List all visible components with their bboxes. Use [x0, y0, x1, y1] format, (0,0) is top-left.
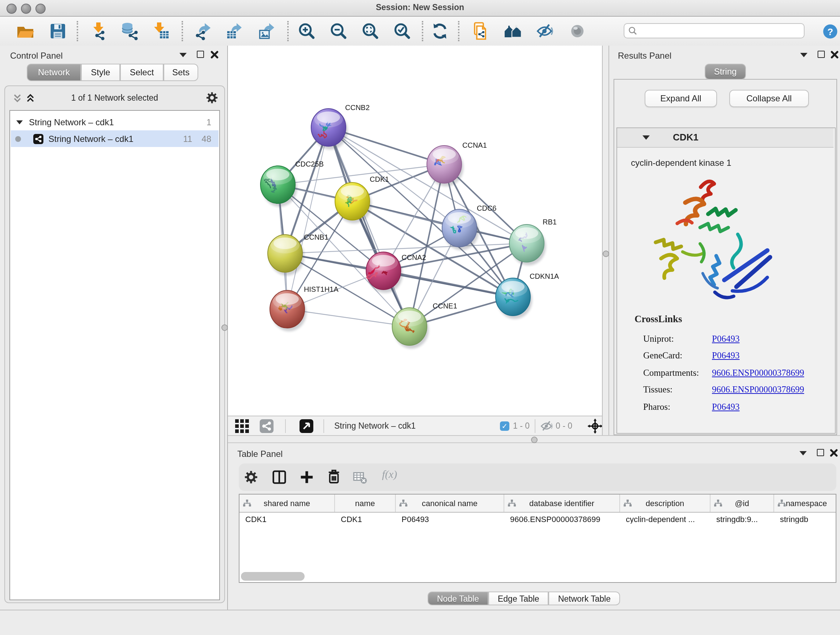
fit-selected-crosshair-icon[interactable] — [587, 418, 603, 434]
open-session-icon[interactable] — [15, 21, 35, 41]
zoom-out-icon[interactable] — [328, 21, 349, 41]
node-CCNE1[interactable] — [392, 308, 429, 348]
results-panel-maximize-icon[interactable] — [818, 51, 825, 58]
node-CDK1[interactable] — [335, 182, 371, 223]
crosslink-label: GeneCard: — [643, 350, 712, 361]
tab-string[interactable]: String — [705, 64, 746, 80]
control-panel-close-icon[interactable] — [210, 51, 218, 59]
edge-CCNB2-HIST1H1A[interactable] — [287, 127, 328, 309]
hide-selection-icon[interactable] — [535, 21, 555, 41]
table-cell[interactable]: 9606.ENSP00000378699 — [504, 515, 620, 524]
crosslink-link[interactable]: P06493 — [712, 333, 739, 344]
column-header-description[interactable]: description — [620, 494, 711, 512]
zoom-fit-icon[interactable] — [360, 21, 381, 41]
column-header-name[interactable]: name — [335, 494, 396, 512]
import-table-icon[interactable] — [151, 21, 172, 41]
add-column-icon[interactable] — [300, 470, 314, 485]
refresh-icon[interactable] — [430, 21, 450, 41]
network-from-selection-icon[interactable] — [471, 21, 491, 41]
network-collection-row[interactable]: String Network – cdk1 1 — [11, 114, 218, 130]
column-header-sharedname[interactable]: shared name — [240, 494, 335, 512]
table-cell[interactable]: stringdb:9... — [711, 515, 774, 524]
table-panel-close-icon[interactable] — [830, 449, 838, 457]
delete-column-icon[interactable] — [326, 469, 341, 485]
search-field[interactable] — [624, 23, 805, 38]
splitter-knob[interactable] — [603, 250, 609, 257]
hidden-items-icon[interactable] — [540, 419, 554, 433]
table-cell[interactable]: stringdb — [774, 515, 836, 524]
birds-eye-view-icon[interactable] — [299, 418, 314, 434]
tab-select[interactable]: Select — [120, 64, 164, 81]
gene-name: CDK1 — [673, 132, 699, 143]
show-graphics-details-icon[interactable] — [567, 21, 587, 41]
tab-sets[interactable]: Sets — [164, 64, 198, 81]
export-table-icon[interactable] — [224, 21, 245, 41]
export-image-icon[interactable] — [257, 21, 277, 41]
zoom-selected-icon[interactable] — [392, 21, 412, 41]
help-icon[interactable]: ? — [820, 21, 840, 41]
control-panel-maximize-icon[interactable] — [197, 51, 204, 58]
import-network-icon[interactable] — [88, 21, 109, 41]
edge-CCNB2-CCNE1[interactable] — [328, 127, 409, 326]
node-RB1[interactable] — [509, 225, 546, 265]
results-panel-close-icon[interactable] — [831, 51, 838, 59]
table-cell[interactable]: P06493 — [396, 515, 504, 524]
node-CCNB1[interactable] — [268, 234, 304, 276]
column-header-databaseidentifier[interactable]: database identifier — [504, 494, 620, 512]
table-row[interactable]: CDK1CDK1P064939606.ENSP00000378699cyclin… — [240, 513, 836, 526]
node-CDC6[interactable] — [442, 209, 478, 250]
node-CDC25B[interactable] — [261, 166, 297, 207]
network-options-gear-icon[interactable] — [206, 92, 218, 103]
search-input[interactable] — [638, 26, 792, 36]
splitter-knob[interactable] — [221, 325, 228, 331]
crosslink-link[interactable]: P06493 — [712, 350, 739, 361]
network-view-icon[interactable] — [259, 418, 274, 434]
node-CCNA1[interactable] — [427, 146, 463, 187]
zoom-in-icon[interactable] — [297, 21, 317, 41]
gene-section-expander-icon[interactable] — [643, 135, 650, 140]
node-HIST1H1A[interactable] — [270, 290, 306, 331]
expand-all-button[interactable]: Expand All — [645, 90, 717, 107]
tab-edge-table[interactable]: Edge Table — [488, 592, 549, 605]
crosslink-link[interactable]: P06493 — [712, 402, 739, 412]
network-row[interactable]: String Network – cdk1 11 48 — [11, 130, 218, 147]
selected-checkbox-icon[interactable]: ✓ — [500, 421, 509, 431]
edge-CCNA2-CDKN1A[interactable] — [384, 271, 513, 297]
column-header-id[interactable]: @id — [711, 494, 774, 512]
crosslink-row: GeneCard:P06493 — [643, 350, 831, 361]
control-panel-float-icon[interactable] — [180, 53, 187, 57]
table-panel-float-icon[interactable] — [799, 451, 807, 455]
table-cell[interactable]: cyclin-dependent ... — [620, 515, 711, 524]
table-cell[interactable]: CDK1 — [240, 515, 335, 524]
tab-network[interactable]: Network — [27, 64, 81, 81]
column-header-canonicalname[interactable]: canonical name — [396, 494, 504, 512]
tab-node-table[interactable]: Node Table — [428, 592, 488, 605]
tab-style[interactable]: Style — [81, 64, 120, 81]
table-panel-maximize-icon[interactable] — [817, 449, 824, 456]
crosslink-link[interactable]: 9606.ENSP00000378699 — [712, 385, 804, 395]
show-columns-icon[interactable] — [272, 470, 286, 485]
import-network-database-icon[interactable] — [119, 21, 140, 41]
table-horizontal-scrollbar[interactable] — [241, 572, 305, 581]
collection-expander-icon[interactable] — [16, 120, 23, 124]
crosslink-link[interactable]: 9606.ENSP00000378699 — [712, 367, 804, 378]
tab-network-table[interactable]: Network Table — [549, 592, 620, 605]
collection-name: String Network – cdk1 — [29, 117, 207, 127]
first-neighbors-icon[interactable] — [503, 21, 523, 41]
node-CCNA2[interactable] — [366, 252, 403, 293]
save-session-icon[interactable] — [48, 21, 68, 41]
gene-section-header[interactable]: CDK1 — [617, 128, 834, 148]
network-canvas[interactable]: CCNB2CCNA1CDC25BCDK1CDC6RB1CCNB1CCNA2CDK… — [228, 46, 602, 416]
export-network-icon[interactable] — [193, 21, 213, 41]
table-options-gear-icon[interactable] — [245, 470, 257, 484]
splitter-knob[interactable] — [531, 437, 538, 443]
collapse-all-button[interactable]: Collapse All — [729, 90, 809, 107]
grid-view-icon[interactable] — [235, 419, 249, 433]
column-header-namespace[interactable]: namespace — [774, 494, 836, 512]
results-panel-float-icon[interactable] — [800, 53, 807, 57]
table-cell[interactable]: CDK1 — [335, 515, 396, 524]
node-CCNB2[interactable] — [311, 109, 347, 149]
node-CDKN1A[interactable] — [496, 278, 532, 319]
vertical-splitter[interactable] — [602, 46, 609, 435]
node-table[interactable]: shared namenamecanonical namedatabase id… — [239, 494, 836, 583]
